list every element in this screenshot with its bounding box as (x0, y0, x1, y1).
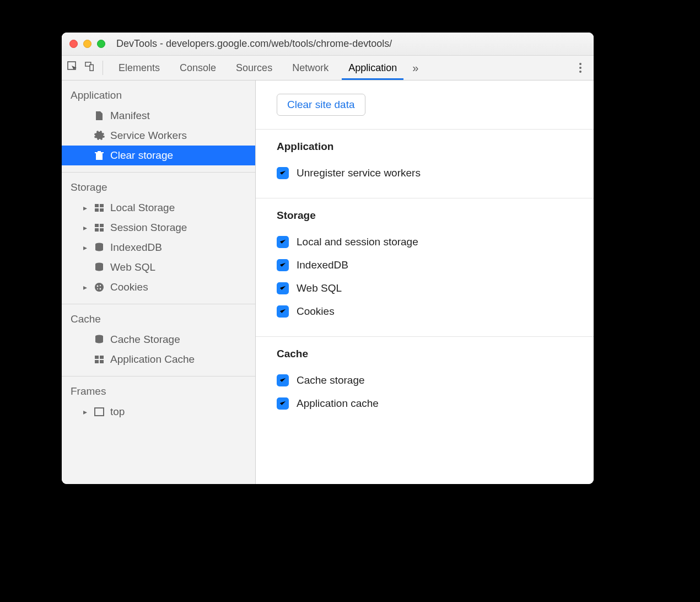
db-icon (94, 262, 105, 273)
devtools-tabs: ElementsConsoleSourcesNetworkApplication (109, 56, 407, 80)
checkbox[interactable] (277, 305, 289, 318)
group-title-storage: Storage (277, 209, 573, 222)
tab-sources[interactable]: Sources (226, 56, 282, 80)
sidebar-item-label: Clear storage (110, 149, 173, 162)
sidebar-item-application-cache[interactable]: ▸Application Cache (62, 350, 255, 369)
sidebar-item-label: top (110, 406, 125, 418)
devtools-window: DevTools - developers.google.com/web/too… (62, 33, 594, 484)
checkbox-label: Cookies (297, 305, 335, 318)
frame-icon (94, 406, 105, 417)
sidebar-item-label: Service Workers (110, 130, 187, 142)
checkbox-label: Cache storage (297, 374, 365, 386)
gear-icon (94, 130, 105, 141)
db-icon (94, 242, 105, 253)
toggle-device-toolbar-icon[interactable] (85, 62, 95, 74)
sidebar-item-label: Local Storage (110, 202, 175, 214)
checkbox-row-local-and-session-storage[interactable]: Local and session storage (277, 230, 573, 254)
clear-site-data-button[interactable]: Clear site data (277, 94, 365, 116)
grid-icon (94, 354, 105, 365)
checkbox-row-indexeddb[interactable]: IndexedDB (277, 254, 573, 277)
tab-elements[interactable]: Elements (109, 56, 170, 80)
sidebar-section-frames: Frames (62, 382, 255, 402)
grid-icon (94, 222, 105, 233)
sidebar-section-cache: Cache (62, 310, 255, 330)
checkbox[interactable] (277, 259, 289, 271)
sidebar-item-label: Web SQL (110, 261, 155, 273)
checkbox[interactable] (277, 397, 289, 410)
more-options-icon[interactable] (573, 63, 588, 73)
sidebar-item-local-storage[interactable]: ▸Local Storage (62, 198, 255, 218)
group-title-cache: Cache (277, 348, 573, 360)
devtools-toolbar: ElementsConsoleSourcesNetworkApplication… (62, 56, 594, 80)
checkbox-row-web-sql[interactable]: Web SQL (277, 277, 573, 300)
checkbox[interactable] (277, 374, 289, 386)
window-controls (69, 40, 105, 48)
more-tabs-icon[interactable]: » (407, 62, 424, 74)
file-icon (94, 110, 105, 121)
title-bar: DevTools - developers.google.com/web/too… (62, 33, 594, 56)
expand-icon[interactable]: ▸ (82, 223, 88, 232)
cookie-icon (94, 282, 105, 293)
expand-icon[interactable]: ▸ (82, 243, 88, 252)
checkbox-label: Web SQL (297, 282, 342, 294)
sidebar-item-label: Application Cache (110, 353, 195, 366)
application-sidebar: Application▸Manifest▸Service Workers▸Cle… (62, 80, 256, 484)
checkbox-row-cache-storage[interactable]: Cache storage (277, 369, 573, 392)
sidebar-item-session-storage[interactable]: ▸Session Storage (62, 218, 255, 238)
checkbox[interactable] (277, 282, 289, 294)
checkbox-row-unregister-service-workers[interactable]: Unregister service workers (277, 162, 573, 185)
sidebar-item-label: Manifest (110, 110, 150, 122)
checkbox-label: IndexedDB (297, 259, 348, 271)
checkbox[interactable] (277, 236, 289, 248)
sidebar-item-indexeddb[interactable]: ▸IndexedDB (62, 238, 255, 257)
sidebar-section-application: Application (62, 86, 255, 106)
sidebar-item-web-sql[interactable]: ▸Web SQL (62, 257, 255, 277)
db-icon (94, 334, 105, 345)
trash-icon (94, 150, 105, 161)
minimize-window-button[interactable] (83, 40, 91, 48)
expand-icon[interactable]: ▸ (82, 407, 88, 416)
sidebar-item-cache-storage[interactable]: ▸Cache Storage (62, 330, 255, 350)
sidebar-item-cookies[interactable]: ▸Cookies (62, 277, 255, 297)
sidebar-item-service-workers[interactable]: ▸Service Workers (62, 126, 255, 146)
checkbox-label: Unregister service workers (297, 167, 421, 179)
expand-icon[interactable]: ▸ (82, 283, 88, 292)
sidebar-item-label: Cache Storage (110, 334, 180, 346)
sidebar-item-top[interactable]: ▸top (62, 402, 255, 422)
tab-application[interactable]: Application (338, 56, 407, 80)
group-title-application: Application (277, 141, 573, 153)
sidebar-section-storage: Storage (62, 178, 255, 198)
sidebar-item-manifest[interactable]: ▸Manifest (62, 106, 255, 126)
tab-console[interactable]: Console (170, 56, 226, 80)
sidebar-item-label: Session Storage (110, 222, 187, 234)
clear-storage-panel: Clear site data ApplicationUnregister se… (256, 80, 594, 484)
checkbox-label: Local and session storage (297, 236, 418, 248)
sidebar-item-label: Cookies (110, 281, 148, 293)
checkbox-row-application-cache[interactable]: Application cache (277, 392, 573, 415)
sidebar-item-label: IndexedDB (110, 241, 162, 254)
checkbox-row-cookies[interactable]: Cookies (277, 300, 573, 323)
zoom-window-button[interactable] (97, 40, 105, 48)
checkbox-label: Application cache (297, 397, 379, 410)
expand-icon[interactable]: ▸ (82, 203, 88, 212)
tab-network[interactable]: Network (282, 56, 338, 80)
checkbox[interactable] (277, 167, 289, 179)
grid-icon (94, 202, 105, 213)
window-title: DevTools - developers.google.com/web/too… (116, 38, 392, 50)
inspect-element-icon[interactable] (67, 61, 78, 74)
sidebar-item-clear-storage[interactable]: ▸Clear storage (62, 146, 255, 165)
close-window-button[interactable] (69, 40, 78, 48)
